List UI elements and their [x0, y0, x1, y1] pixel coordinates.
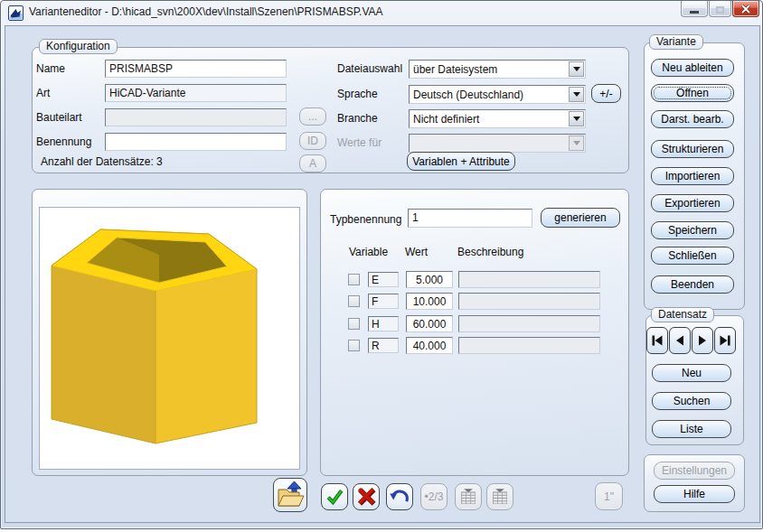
oeffnen-button[interactable]: Öffnen: [651, 84, 734, 102]
row-checkbox[interactable]: [348, 274, 360, 285]
wertefuer-label: Werte für: [337, 136, 382, 149]
wert-input[interactable]: 60.000: [406, 315, 453, 332]
preview-3d-prism: [40, 208, 299, 469]
inch-unit-button: 1": [595, 482, 623, 510]
konfiguration-group-caption: Konfiguration: [39, 39, 118, 54]
titlebar[interactable]: Varianteneditor - D:\hicad_svn\200X\dev\…: [1, 1, 762, 25]
variable-name-field: F: [368, 294, 399, 309]
preview-3d-viewport: [39, 207, 300, 470]
art-label: Art: [36, 87, 50, 99]
app-icon: [8, 5, 24, 21]
typbenennung-label: Typbenennung: [330, 213, 401, 226]
variable-name-field: R: [368, 338, 399, 353]
minimize-icon: [690, 11, 699, 14]
wertefuer-dropdown-button: [569, 135, 584, 151]
wert-input[interactable]: 40.000: [406, 337, 453, 354]
typbenennung-input[interactable]: 1: [408, 209, 532, 228]
table-view-icon: [489, 486, 511, 508]
nav-next-icon: [696, 335, 709, 346]
ratio-2-3-button: •2/3: [420, 483, 447, 510]
nav-last-icon: [719, 335, 731, 346]
maximize-icon: [716, 6, 724, 14]
name-label: Name: [36, 62, 65, 75]
dateiauswahl-combobox[interactable]: über Dateisystem: [409, 60, 586, 79]
load-from-file-button[interactable]: [273, 478, 307, 512]
schliessen-button[interactable]: Schließen: [651, 247, 734, 265]
dateiauswahl-selected: über Dateisystem: [410, 63, 568, 76]
branche-dropdown-button[interactable]: [569, 111, 584, 126]
bauteilart-browse-button: ...: [299, 107, 326, 126]
sprache-plusminus-button[interactable]: +/-: [591, 84, 621, 103]
hilfe-button[interactable]: Hilfe: [654, 485, 735, 503]
id-button: ID: [299, 132, 326, 150]
sprache-label: Sprache: [337, 88, 378, 100]
window-title: Varianteneditor - D:\hicad_svn\200X\dev\…: [29, 1, 383, 24]
datensatz-neu-button[interactable]: Neu: [652, 364, 731, 382]
sprache-combobox[interactable]: Deutsch (Deutschland): [409, 85, 586, 104]
chevron-down-icon: [573, 67, 580, 71]
neu-ableiten-button[interactable]: Neu ableiten: [651, 59, 734, 77]
benennung-label: Benennung: [36, 135, 91, 148]
sprache-selected: Deutsch (Deutschland): [410, 89, 568, 101]
column-header-wert: Wert: [405, 246, 428, 258]
einstellungen-button: Einstellungen: [654, 462, 735, 480]
undo-arrow-icon: [389, 486, 410, 508]
undo-button[interactable]: [386, 483, 413, 510]
wert-input[interactable]: 5.000: [406, 271, 453, 288]
record-previous-button[interactable]: [669, 327, 691, 354]
row-checkbox[interactable]: [348, 340, 360, 351]
chevron-down-icon: [573, 92, 580, 97]
art-field: HiCAD-Variante: [105, 84, 287, 102]
sprache-dropdown-button[interactable]: [569, 87, 584, 102]
beschreibung-field: [458, 315, 600, 332]
apply-button[interactable]: [321, 483, 348, 510]
importieren-button[interactable]: Importieren: [651, 167, 734, 185]
wert-input[interactable]: 10.000: [406, 293, 453, 310]
table-view-button-2: [486, 483, 513, 510]
chevron-down-icon: [573, 117, 580, 121]
typ-group: [320, 189, 629, 476]
wertefuer-combobox: [409, 134, 586, 153]
variable-name-field: E: [368, 272, 399, 287]
cancel-button[interactable]: [353, 483, 380, 510]
table-view-icon: [457, 486, 479, 508]
row-checkbox[interactable]: [348, 295, 360, 307]
a-button: A: [299, 154, 326, 173]
benennung-input[interactable]: [105, 133, 287, 151]
dialog-client-area: Konfiguration Name PRISMABSP Art HiCAD-V…: [5, 25, 760, 523]
speichern-button[interactable]: Speichern: [651, 221, 734, 239]
anzahl-datensaetze-text: Anzahl der Datensätze: 3: [41, 155, 163, 168]
column-header-beschreibung: Beschreibung: [457, 246, 523, 258]
variante-group-caption: Variante: [649, 34, 703, 50]
branche-combobox[interactable]: Nicht definiert: [409, 109, 586, 128]
dateiauswahl-dropdown-button[interactable]: [569, 61, 584, 77]
varianteneditor-window: Varianteneditor - D:\hicad_svn\200X\dev\…: [0, 0, 763, 529]
exportieren-button[interactable]: Exportieren: [651, 194, 734, 212]
nav-first-icon: [651, 335, 664, 346]
record-first-button[interactable]: [646, 327, 668, 354]
dateiauswahl-label: Dateiauswahl: [337, 62, 402, 75]
beschreibung-field: [458, 293, 600, 310]
check-icon: [324, 486, 345, 508]
variablen-attribute-button[interactable]: Variablen + Attribute: [407, 152, 515, 171]
variable-name-field: H: [368, 316, 399, 331]
beschreibung-field: [458, 271, 600, 288]
record-last-button[interactable]: [714, 327, 736, 354]
column-header-variable: Variable: [349, 246, 388, 258]
record-next-button[interactable]: [692, 327, 713, 354]
datensatz-suchen-button[interactable]: Suchen: [652, 392, 731, 410]
beschreibung-field: [458, 337, 600, 354]
darst-bearb-button[interactable]: Darst. bearb.: [651, 110, 734, 128]
generieren-button[interactable]: generieren: [541, 208, 620, 228]
chevron-down-icon: [573, 141, 580, 145]
datensatz-liste-button[interactable]: Liste: [652, 420, 731, 438]
close-icon: [740, 5, 751, 14]
name-input[interactable]: PRISMABSP: [105, 60, 287, 78]
minimize-button[interactable]: [681, 1, 708, 17]
table-view-button-1: [455, 483, 482, 510]
beenden-button[interactable]: Beenden: [651, 275, 734, 294]
cancel-x-icon: [355, 486, 377, 508]
strukturieren-button[interactable]: Strukturieren: [651, 140, 734, 158]
row-checkbox[interactable]: [348, 318, 360, 330]
close-button[interactable]: [732, 1, 759, 17]
